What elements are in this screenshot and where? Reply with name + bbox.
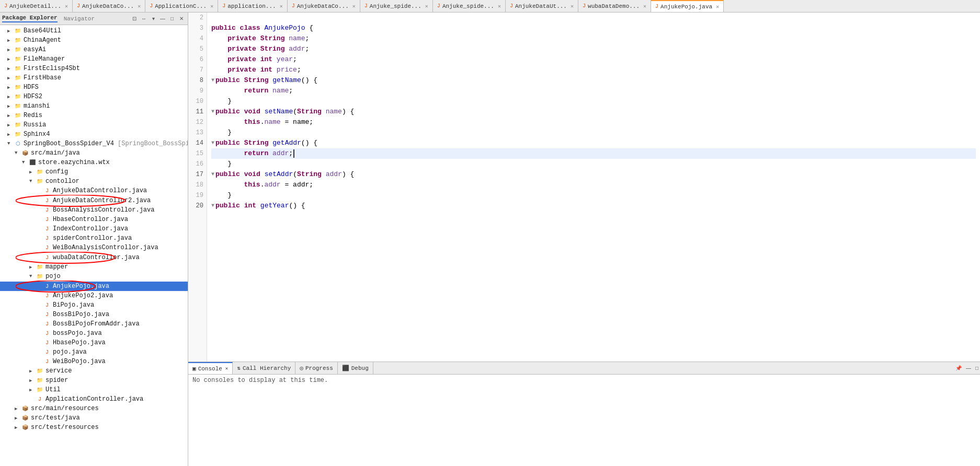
list-item[interactable]: ▶ 📁 Russia (0, 120, 188, 130)
code-line-10: } (211, 96, 976, 107)
list-item[interactable]: J ApplicationController.java (0, 394, 188, 404)
list-item[interactable]: ▶ 📁 FirstHbase (0, 73, 188, 83)
sidebar-minimize-button[interactable]: — (158, 15, 167, 23)
tab-anjukespide2[interactable]: J Anjuke_spide... ✕ (433, 0, 506, 12)
list-item[interactable]: ▶ 📁 service (0, 366, 188, 376)
list-item[interactable]: ▶ 📁 mapper (0, 262, 188, 272)
list-item[interactable]: ▶ 📁 config (0, 167, 188, 177)
list-item-anjukepojo[interactable]: J AnjukePojo.java (0, 282, 188, 291)
sidebar-close-button[interactable]: ✕ (177, 15, 186, 23)
list-item[interactable]: ▶ 📦 src/test/resources (0, 423, 188, 432)
list-item[interactable]: J wubaDataControllor.java (0, 253, 188, 262)
list-item[interactable]: J AnjukeDataControllor.java (0, 186, 188, 195)
close-icon[interactable]: ✕ (65, 3, 68, 9)
list-item[interactable]: ▶ 📦 src/main/resources (0, 404, 188, 413)
minimize-panel-button[interactable]: — (964, 362, 973, 374)
keyword: String (297, 169, 326, 180)
tab-progress[interactable]: ◎ Progress (295, 362, 337, 374)
code-content[interactable]: public class AnjukePojo { private String… (207, 13, 980, 362)
list-item[interactable]: ▶ 📁 Base64Util (0, 26, 188, 36)
list-item[interactable]: J WeiBoPojo.java (0, 357, 188, 366)
close-icon[interactable]: ✕ (352, 3, 356, 9)
tab-debug[interactable]: ⬛ Debug (338, 362, 373, 374)
collapse-all-button[interactable]: ⊡ (130, 15, 139, 23)
close-icon[interactable]: ✕ (571, 3, 574, 9)
list-item[interactable]: J BiPojo.java (0, 300, 188, 310)
java-icon: J (43, 301, 51, 309)
tab-anjukespide1[interactable]: J Anjuke_spide... ✕ (360, 0, 433, 12)
sidebar-menu-button[interactable]: ▾ (149, 15, 157, 23)
line-num: 8 (191, 75, 203, 86)
line-num: 11 (191, 107, 203, 117)
list-item[interactable]: J BossAnalysisControllor.java (0, 205, 188, 215)
close-icon[interactable]: ✕ (498, 3, 501, 9)
list-item[interactable]: ▶ 📁 Util (0, 385, 188, 394)
list-item[interactable]: ▶ 📁 FirstEclisp4Sbt (0, 64, 188, 73)
tree-label: src/main/resources (31, 405, 99, 412)
list-item[interactable]: ▶ 📁 Sphinx4 (0, 130, 188, 139)
tree-label: BiPojo.java (53, 301, 94, 309)
list-item[interactable]: ▶ 📁 HDFS2 (0, 92, 188, 101)
list-item[interactable]: J AnjukePojo2.java (0, 291, 188, 300)
tab-wubadatademo[interactable]: J wubaDataDemo... ✕ (578, 0, 651, 12)
maximize-panel-button[interactable]: □ (974, 362, 980, 374)
tab-call-hierarchy[interactable]: ⇅ Call Hierarchy (233, 362, 295, 374)
list-item[interactable]: ▶ 📁 HDFS (0, 83, 188, 92)
fold-icon[interactable]: ▼ (211, 75, 214, 86)
keyword: int (244, 201, 260, 211)
list-item[interactable]: ▶ 📁 Redis (0, 111, 188, 120)
navigator-tab[interactable]: Navigator (64, 16, 95, 22)
list-item[interactable]: ▼ ⬛ store.eazychina.wtx (0, 158, 188, 167)
list-item[interactable]: J WeiBoAnalysisControllor.java (0, 243, 188, 252)
java-icon: J (43, 225, 51, 233)
list-item[interactable]: ▶ 📁 easyAi (0, 45, 188, 54)
fold-icon[interactable]: ▼ (211, 201, 214, 211)
close-icon[interactable]: ✕ (425, 3, 428, 9)
close-icon[interactable]: ✕ (210, 3, 213, 9)
tree-label: store.eazychina.wtx (38, 159, 110, 166)
list-item[interactable]: ▼ 📁 contollor (0, 177, 188, 186)
close-icon[interactable]: ✕ (716, 4, 719, 10)
list-item[interactable]: J spiderControllor.java (0, 234, 188, 243)
close-icon[interactable]: ✕ (280, 3, 283, 9)
tab-anjukedetail[interactable]: J AnjukeDetail... ✕ (0, 0, 73, 12)
list-item[interactable]: J bossPojo.java (0, 329, 188, 338)
list-item[interactable]: J HbaseControllor.java (0, 215, 188, 224)
tab-anjukedataco2[interactable]: J AnjukeDataCo... ✕ (288, 0, 360, 12)
code-editor[interactable]: 2 3 4 5 6 7 8 9 10 11 12 13 14 15 16 17 (188, 13, 980, 362)
fold-icon[interactable]: ▼ (211, 169, 214, 180)
list-item[interactable]: ▶ 📁 spider (0, 376, 188, 385)
fold-icon[interactable]: ▼ (211, 107, 214, 117)
tab-applicationc[interactable]: J ApplicationC... ✕ (145, 0, 218, 12)
list-item[interactable]: ▶ 📦 src/test/java (0, 413, 188, 423)
tab-anjukedataut[interactable]: J AnjukeDataUt... ✕ (506, 0, 578, 12)
list-item[interactable]: J pojo.java (0, 347, 188, 357)
list-item-springboot[interactable]: ▼ ⬡ SpringBoot_BossSpider_V4 [SpringBoot… (0, 139, 188, 148)
cursor (293, 149, 294, 158)
sidebar-toolbar: ⊡ ↔ ▾ — □ ✕ (130, 15, 186, 23)
list-item[interactable]: J IndexControllor.java (0, 224, 188, 234)
package-explorer-tab[interactable]: Package Explorer (2, 15, 58, 22)
link-editor-button[interactable]: ↔ (140, 15, 148, 23)
list-item[interactable]: ▶ 📁 mianshi (0, 101, 188, 111)
close-icon[interactable]: ✕ (643, 3, 646, 9)
list-item[interactable]: ▶ 📁 ChinaAgent (0, 36, 188, 45)
fold-icon[interactable]: ▼ (211, 138, 214, 148)
pin-button[interactable]: 📌 (954, 362, 963, 374)
java-icon: J (43, 282, 51, 290)
list-item[interactable]: J HbasePojo.java (0, 338, 188, 347)
sidebar-maximize-button[interactable]: □ (168, 15, 176, 23)
list-item[interactable]: J BossBiPojoFromAddr.java (0, 319, 188, 329)
list-item[interactable]: ▶ 📁 FileManager (0, 54, 188, 64)
line-num: 17 (191, 169, 203, 180)
folder-icon: 📁 (36, 177, 44, 185)
list-item[interactable]: J AnjukeDataControllor2.java (0, 196, 188, 205)
tab-console[interactable]: ▣ Console ✕ (188, 362, 233, 374)
list-item[interactable]: ▼ 📁 pojo (0, 272, 188, 281)
list-item[interactable]: J BossBiPojo.java (0, 310, 188, 319)
tab-application[interactable]: J application... ✕ (218, 0, 287, 12)
close-icon[interactable]: ✕ (138, 3, 141, 9)
list-item[interactable]: ▼ 📦 src/main/java (0, 148, 188, 158)
tab-anjukedataco1[interactable]: J AnjukeDataCo... ✕ (73, 0, 145, 12)
tab-anjukepojo[interactable]: J AnjukePojo.java ✕ (651, 0, 724, 12)
